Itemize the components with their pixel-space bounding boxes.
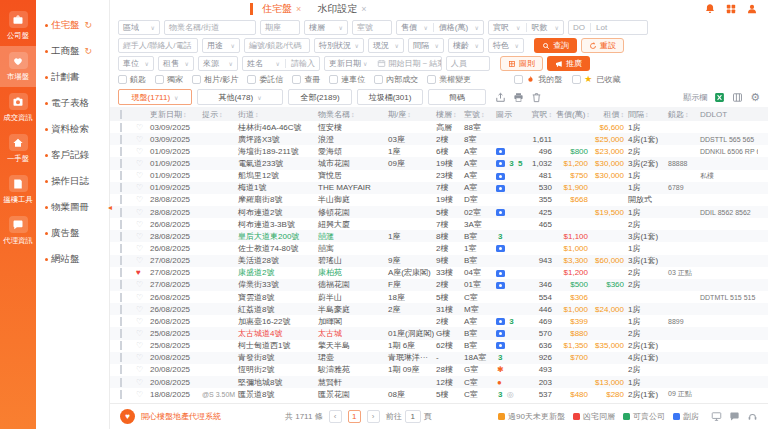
row-checkbox[interactable]: [118, 123, 134, 132]
row-checkbox[interactable]: [118, 135, 134, 144]
column-header-h[interactable]: 提示↕: [200, 109, 236, 120]
quick-filter-favorited[interactable]: ★已收藏: [572, 74, 620, 85]
headset-icon[interactable]: [747, 411, 758, 422]
favorite-heart-icon[interactable]: ♡: [134, 147, 148, 156]
filter-select-車位[interactable]: 車位∨: [118, 56, 154, 71]
filter-checkbox-鎖匙[interactable]: 鎖匙: [118, 74, 146, 85]
user-icon[interactable]: [746, 3, 758, 15]
table-row[interactable]: ♡26/08/2025佐士教道74-80號囍寓2樓1室$1,0001房: [110, 242, 768, 254]
favorite-heart-icon[interactable]: ♡: [134, 244, 148, 253]
next-page-button[interactable]: ›: [367, 410, 380, 423]
excel-icon[interactable]: [714, 92, 725, 103]
filter-select-用途[interactable]: 用途∨: [202, 38, 240, 53]
favorite-heart-icon[interactable]: ♡: [134, 305, 148, 314]
row-checkbox[interactable]: [118, 183, 134, 192]
sidebar-item-tools[interactable]: 搵樓工具: [0, 169, 36, 210]
bell-icon[interactable]: [704, 3, 716, 15]
sidebar-item-market[interactable]: 市場盤: [0, 46, 36, 87]
favorite-heart-icon[interactable]: ♡: [134, 341, 148, 350]
subnav-item-website[interactable]: 網站盤: [36, 246, 109, 272]
filter-select-間隔[interactable]: 間隔∨: [408, 38, 444, 53]
filter-checkbox-內部成交[interactable]: 內部成交: [374, 74, 418, 85]
row-checkbox[interactable]: [118, 220, 134, 229]
filter-select-現況[interactable]: 現況∨: [368, 38, 404, 53]
favorite-heart-icon[interactable]: ♡: [134, 208, 148, 217]
table-row[interactable]: ♡28/08/2025柯布連道2號修頓花園5樓02室425$19,5001房DD…: [110, 206, 768, 218]
row-checkbox[interactable]: [118, 195, 134, 204]
table-row[interactable]: ♡25/08/2025太古城道4號太古城01座(洞庭閣)G樓B室570$8802…: [110, 327, 768, 339]
table-row[interactable]: ♡20/08/2025恆明街2號駿濤雅苑1期 09座28樓G室✱4932房: [110, 364, 768, 376]
table-row[interactable]: ♡03/09/2025廣坪路X3號浪澄03座2樓8室1,611$25,0004房…: [110, 133, 768, 145]
favorite-heart-icon[interactable]: ♡: [134, 317, 148, 326]
sidebar-item-company[interactable]: 公司盤: [0, 5, 36, 46]
table-row[interactable]: ♡03/09/2025桂林街46A-46C號恆安樓高層88室$6,6001房: [110, 121, 768, 133]
table-row[interactable]: ♡01/09/2025船塢里12號寶悅居23樓A室481$750$30,0001…: [110, 170, 768, 182]
favorite-heart-icon[interactable]: ♡: [134, 159, 148, 168]
filter-input-物業名稱/街道[interactable]: 物業名稱/街道: [164, 20, 256, 35]
select-all-checkbox[interactable]: [118, 110, 134, 119]
subnav-item-spreadsheet[interactable]: 電子表格: [36, 90, 109, 116]
row-checkbox[interactable]: [118, 341, 134, 350]
column-header-sq[interactable]: 實呎↕: [526, 109, 554, 120]
goto-page-input[interactable]: [405, 410, 421, 423]
filter-checkbox-連車位[interactable]: 連車位: [329, 74, 365, 85]
subnav-item-proposal[interactable]: 計劃書: [36, 64, 109, 90]
favorite-heart-icon[interactable]: ♡: [134, 256, 148, 265]
reset-button[interactable]: 重設: [581, 38, 624, 53]
row-checkbox[interactable]: [118, 171, 134, 180]
subnav-item-ads[interactable]: 廣告盤: [36, 220, 109, 246]
filter-input-DO[interactable]: DOLot: [568, 20, 648, 35]
floorplan-button[interactable]: 圖則: [500, 56, 543, 71]
filter-select-姓名[interactable]: 姓名∨請輸入: [242, 56, 320, 71]
filter-input-編號/鎖匙/代碼[interactable]: 編號/鎖匙/代碼: [244, 38, 310, 53]
row-checkbox[interactable]: [118, 317, 134, 326]
chat-icon[interactable]: [729, 411, 740, 422]
favorite-heart-icon[interactable]: ♡: [134, 123, 148, 132]
filter-input-人員[interactable]: 人員: [446, 56, 490, 71]
current-page[interactable]: 1: [348, 410, 361, 423]
table-row[interactable]: ♡27/08/2025美活道28號碧瑤山9座9樓B室943$3,300$60,0…: [110, 255, 768, 267]
monitor-icon[interactable]: [711, 411, 722, 422]
row-checkbox[interactable]: [118, 232, 134, 241]
filter-checkbox-委託信[interactable]: 委託信: [247, 74, 283, 85]
close-icon[interactable]: ×: [361, 4, 366, 14]
row-checkbox[interactable]: [118, 256, 134, 265]
subnav-item-search[interactable]: 資料檢索: [36, 116, 109, 142]
column-header-rn[interactable]: 租價↕: [590, 109, 626, 120]
favorite-heart-icon[interactable]: ♡: [134, 220, 148, 229]
promote-button[interactable]: 推廣: [547, 56, 590, 71]
table-row[interactable]: ♡01/09/2025海壇街189-211號愛海頌1座6樓A室496$800$2…: [110, 145, 768, 157]
print-icon[interactable]: [513, 92, 524, 103]
favorite-heart-icon[interactable]: ♡: [134, 365, 148, 374]
filter-select-租售[interactable]: 租售∨: [158, 56, 194, 71]
subnav-item-clients[interactable]: 客戶記錄: [36, 142, 109, 168]
refresh-icon[interactable]: ↻: [85, 20, 93, 30]
search-button[interactable]: 查詢: [534, 38, 577, 53]
favorite-heart-icon[interactable]: ♡: [134, 171, 148, 180]
filter-select-特色[interactable]: 特色∨: [488, 38, 524, 53]
subnav-item-industrial[interactable]: 工商盤↻: [36, 38, 109, 64]
date-range-filter-更新日期[interactable]: 更新日期∨開始日期~結束日期: [324, 56, 442, 71]
row-checkbox[interactable]: [118, 293, 134, 302]
row-checkbox[interactable]: [118, 268, 134, 277]
layout-icon[interactable]: [732, 92, 743, 103]
column-header-rm[interactable]: 室號↕: [462, 109, 494, 120]
table-row[interactable]: ♡28/08/2025摩羅廟街8號半山御庭19樓D室355$668開放式: [110, 194, 768, 206]
favorite-heart-icon[interactable]: ♡: [134, 280, 148, 289]
filter-input-室號[interactable]: 室號: [352, 20, 392, 35]
column-header-pr[interactable]: 售價(萬)↕: [554, 109, 590, 120]
gear-icon[interactable]: ⚙: [750, 92, 760, 103]
table-row[interactable]: ♡28/08/2025皇后大道東200號囍滙1座8樓B室3$1,1003房(1套…: [110, 230, 768, 242]
table-row[interactable]: ♡20/08/2025堅彌地城8號慧賢軒12樓C室●203$13,0001房: [110, 376, 768, 388]
favorite-heart-icon[interactable]: ♡: [134, 378, 148, 387]
quick-filter-mine[interactable]: 我的盤: [514, 74, 562, 85]
favorite-heart-icon[interactable]: ♡: [134, 293, 148, 302]
row-checkbox[interactable]: [118, 159, 134, 168]
column-header-ky[interactable]: 鎖匙↕: [666, 109, 698, 120]
table-row[interactable]: ♡26/08/2025紅荔道8號半島豪庭2座31樓M室446$1,000$24,…: [110, 303, 768, 315]
row-checkbox[interactable]: [118, 147, 134, 156]
close-icon[interactable]: ×: [296, 4, 301, 14]
filter-input-期座[interactable]: 期座: [260, 20, 300, 35]
table-row[interactable]: ♡26/08/2025加惠臺16-22號加暉閣2樓A室 3469$3991房88…: [110, 315, 768, 327]
filter-select-實呎[interactable]: 實呎∨呎數∨: [488, 20, 564, 35]
